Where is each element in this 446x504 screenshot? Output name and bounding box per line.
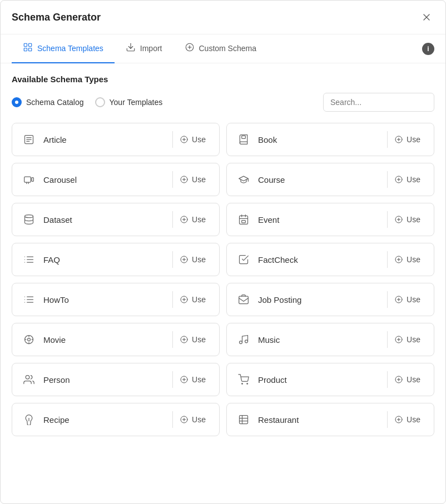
tab-import[interactable]: Import — [115, 34, 174, 63]
use-label-faq: Use — [192, 255, 206, 264]
dataset-icon — [21, 212, 37, 227]
radio-your-templates-indicator — [95, 97, 105, 107]
schema-card-right-book: Use — [385, 131, 425, 148]
plus-circle-icon-article — [180, 135, 189, 144]
use-button-howto[interactable]: Use — [175, 293, 210, 306]
plus-circle-icon-faq — [180, 255, 189, 264]
use-button-person[interactable]: Use — [175, 373, 210, 386]
schema-card-carousel: Carousel Use — [12, 163, 220, 196]
schema-name-article: Article — [43, 135, 67, 144]
tab-schema-templates[interactable]: Schema Templates — [12, 34, 115, 63]
schema-card-left-movie: Movie — [21, 332, 66, 347]
use-label-howto: Use — [192, 295, 206, 304]
use-button-dataset[interactable]: Use — [175, 213, 210, 226]
schema-name-faq: FAQ — [43, 255, 60, 265]
use-button-article[interactable]: Use — [175, 133, 210, 146]
use-button-product[interactable]: Use — [390, 373, 425, 386]
plus-circle-icon-movie — [180, 335, 189, 344]
factcheck-icon — [236, 252, 251, 267]
event-icon — [236, 212, 251, 227]
close-button[interactable] — [419, 9, 434, 25]
use-label-person: Use — [192, 375, 206, 384]
use-button-course[interactable]: Use — [390, 173, 425, 186]
schema-card-left-dataset: Dataset — [21, 212, 72, 227]
plus-circle-icon-music — [394, 335, 403, 344]
search-input[interactable] — [323, 93, 434, 112]
svg-rect-64 — [239, 296, 249, 303]
svg-point-77 — [240, 341, 242, 344]
article-icon — [21, 132, 37, 147]
use-button-carousel[interactable]: Use — [175, 173, 210, 186]
schema-card-right-restaurant: Use — [385, 411, 425, 428]
use-button-music[interactable]: Use — [390, 333, 425, 346]
use-button-book[interactable]: Use — [390, 133, 425, 146]
course-icon — [236, 172, 251, 187]
divider-recipe — [172, 411, 173, 428]
use-button-restaurant[interactable]: Use — [390, 413, 425, 426]
radio-your-templates[interactable]: Your Templates — [95, 97, 163, 107]
schema-card-left-restaurant: Restaurant — [236, 412, 299, 427]
schema-card-faq: FAQ Use — [12, 243, 220, 276]
use-button-faq[interactable]: Use — [175, 253, 210, 266]
use-label-music: Use — [407, 335, 420, 344]
schema-card-restaurant: Restaurant Use — [226, 403, 434, 436]
content-area: Available Schema Types Schema Catalog Yo… — [1, 63, 445, 447]
schema-name-howto: HowTo — [43, 295, 69, 305]
schema-name-product: Product — [258, 375, 287, 385]
use-button-jobposting[interactable]: Use — [390, 293, 425, 306]
divider-book — [387, 131, 388, 148]
schema-card-right-event: Use — [385, 211, 425, 228]
schema-card-book: Book Use — [226, 123, 434, 156]
schema-card-howto: HowTo Use — [12, 283, 220, 316]
schema-templates-icon — [23, 42, 33, 54]
svg-point-69 — [28, 338, 31, 341]
tab-custom-schema[interactable]: Custom Schema — [174, 34, 267, 63]
divider-jobposting — [387, 291, 388, 308]
svg-rect-3 — [24, 48, 27, 51]
schema-name-book: Book — [258, 135, 277, 144]
divider-movie — [172, 331, 173, 348]
schema-name-movie: Movie — [43, 335, 66, 345]
divider-faq — [172, 251, 173, 268]
schema-card-right-recipe: Use — [170, 411, 210, 428]
restaurant-icon — [236, 412, 251, 427]
divider-event — [387, 211, 388, 228]
divider-music — [387, 331, 388, 348]
use-button-recipe[interactable]: Use — [175, 413, 210, 426]
schema-card-left-factcheck: FactCheck — [236, 252, 298, 267]
divider-howto — [172, 291, 173, 308]
schema-card-event: Event Use — [226, 203, 434, 236]
schema-card-right-faq: Use — [170, 251, 210, 268]
use-button-movie[interactable]: Use — [175, 333, 210, 346]
plus-circle-icon-book — [394, 135, 403, 144]
schema-name-person: Person — [43, 375, 70, 385]
schema-card-music: Music Use — [226, 323, 434, 356]
schema-name-course: Course — [258, 175, 285, 184]
divider-person — [172, 371, 173, 388]
svg-rect-4 — [29, 43, 32, 46]
use-label-carousel: Use — [192, 175, 206, 184]
section-title: Available Schema Types — [12, 74, 434, 84]
divider-course — [387, 171, 388, 188]
divider-carousel — [172, 171, 173, 188]
svg-point-86 — [242, 383, 243, 385]
schema-card-right-carousel: Use — [170, 171, 210, 188]
use-button-factcheck[interactable]: Use — [390, 253, 425, 266]
plus-circle-icon-factcheck — [394, 255, 403, 264]
schema-card-right-dataset: Use — [170, 211, 210, 228]
info-button[interactable]: i — [422, 43, 434, 55]
person-icon — [21, 372, 37, 387]
radio-schema-catalog-label: Schema Catalog — [26, 98, 84, 107]
radio-group: Schema Catalog Your Templates — [12, 97, 162, 107]
radio-schema-catalog[interactable]: Schema Catalog — [12, 97, 84, 107]
schema-name-factcheck: FactCheck — [258, 255, 298, 265]
use-button-event[interactable]: Use — [390, 213, 425, 226]
tab-import-label: Import — [140, 44, 162, 53]
use-label-recipe: Use — [192, 415, 206, 424]
schema-name-dataset: Dataset — [43, 215, 72, 224]
filter-row: Schema Catalog Your Templates — [12, 93, 434, 112]
schema-card-left-event: Event — [236, 212, 279, 227]
carousel-icon — [21, 172, 37, 187]
import-icon — [126, 42, 136, 54]
schema-name-event: Event — [258, 215, 279, 224]
